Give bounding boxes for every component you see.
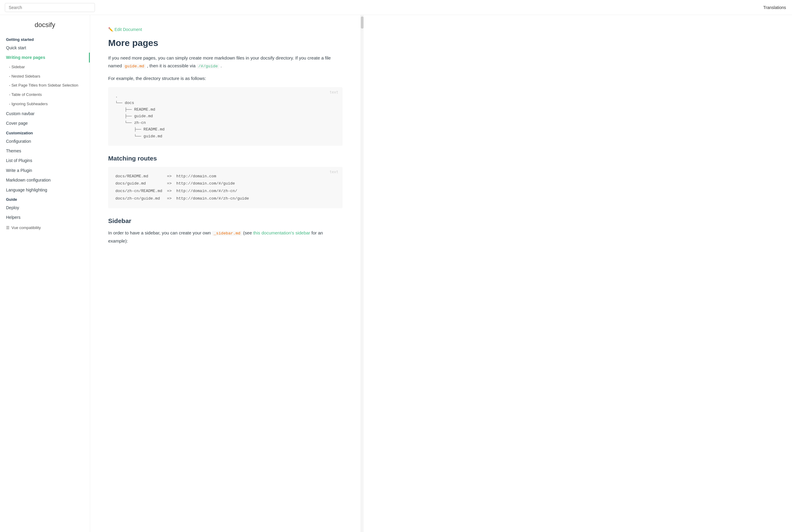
sidebar-item-ignoring-subheaders[interactable]: - Ignoring Subheaders	[0, 99, 90, 109]
edit-document-link[interactable]: ✏️ Edit Document	[108, 27, 343, 32]
sidebar-intro-2: (see	[243, 230, 252, 235]
sidebar-item-nested-sidebars[interactable]: - Nested Sidebars	[0, 72, 90, 81]
sidebar-item-custom-navbar[interactable]: Custom navbar	[0, 109, 90, 118]
sidebar-item-table-of-contents[interactable]: - Table of Contents	[0, 90, 90, 99]
sidebar-item-cover-page[interactable]: Cover page	[0, 118, 90, 128]
sidebar-item-writing-more-pages[interactable]: Writing more pages	[0, 53, 90, 62]
inline-code-guide-md: guide.md	[123, 64, 146, 69]
sidebar-item-themes[interactable]: Themes	[0, 146, 90, 156]
sidebar-item-language-highlighting[interactable]: Language highlighting	[0, 185, 90, 195]
intro-text-2: , then it is accessible via	[147, 63, 196, 68]
translations-link[interactable]: Translations	[763, 5, 786, 10]
sidebar-section-heading: Sidebar	[108, 217, 343, 225]
main-scrollbar-thumb[interactable]	[361, 17, 364, 28]
menu-icon: ☰	[6, 225, 9, 230]
code-block-1-label: text	[330, 90, 338, 94]
sidebar-section-guide: Guide	[0, 195, 90, 203]
sidebar-item-set-page-titles[interactable]: - Set Page Titles from Sidebar Selection	[0, 81, 90, 90]
sidebar-section-getting-started: Getting started	[0, 35, 90, 43]
sidebar-item-sidebar[interactable]: - Sidebar	[0, 62, 90, 72]
layout: docsify Getting started Quick start Writ…	[0, 15, 792, 532]
edit-link-label: Edit Document	[114, 27, 142, 32]
sidebar: docsify Getting started Quick start Writ…	[0, 15, 90, 532]
matching-routes-title: Matching routes	[108, 155, 343, 162]
code-block-1-content: . └── docs ├── README.md ├── guide.md └─…	[115, 93, 335, 140]
example-paragraph: For example, the directory structure is …	[108, 75, 343, 82]
intro-paragraph: If you need more pages, you can simply c…	[108, 54, 343, 70]
sidebar-item-quick-start[interactable]: Quick start	[0, 43, 90, 53]
topbar: Translations	[0, 0, 792, 15]
sidebar-section-customization: Customization	[0, 128, 90, 136]
inline-code-sidebar-md: _sidebar.md	[212, 231, 242, 236]
code-block-directory: text . └── docs ├── README.md ├── guide.…	[108, 87, 343, 146]
inline-code-route: /#/guide	[197, 64, 219, 69]
code-block-2-label: text	[330, 170, 338, 174]
code-block-2-content: docs/README.md => http://domain.com docs…	[115, 173, 335, 203]
sidebar-footer-label: Vue compatibility	[12, 225, 41, 230]
sidebar-intro-paragraph: In order to have a sidebar, you can crea…	[108, 229, 343, 245]
sidebar-item-configuration[interactable]: Configuration	[0, 136, 90, 146]
sidebar-item-deploy[interactable]: Deploy	[0, 203, 90, 212]
intro-text-3: .	[220, 63, 222, 68]
sidebar-logo: docsify	[0, 21, 90, 29]
page-title: More pages	[108, 38, 343, 48]
main-content: ✏️ Edit Document More pages If you need …	[90, 15, 361, 532]
sidebar-item-list-of-plugins[interactable]: List of Plugins	[0, 156, 90, 165]
sidebar-doc-link[interactable]: this documentation's sidebar	[253, 230, 310, 235]
search-input[interactable]	[5, 3, 95, 12]
sidebar-intro-1: In order to have a sidebar, you can crea…	[108, 230, 211, 235]
sidebar-item-write-a-plugin[interactable]: Write a Plugin	[0, 166, 90, 175]
sidebar-item-markdown-configuration[interactable]: Markdown configuration	[0, 175, 90, 185]
sidebar-vue-compat[interactable]: ☰ Vue compatibility	[0, 223, 90, 233]
edit-icon: ✏️	[108, 27, 113, 32]
sidebar-item-helpers[interactable]: Helpers	[0, 212, 90, 222]
main-scrollbar[interactable]	[361, 15, 364, 532]
code-block-routes: text docs/README.md => http://domain.com…	[108, 167, 343, 209]
